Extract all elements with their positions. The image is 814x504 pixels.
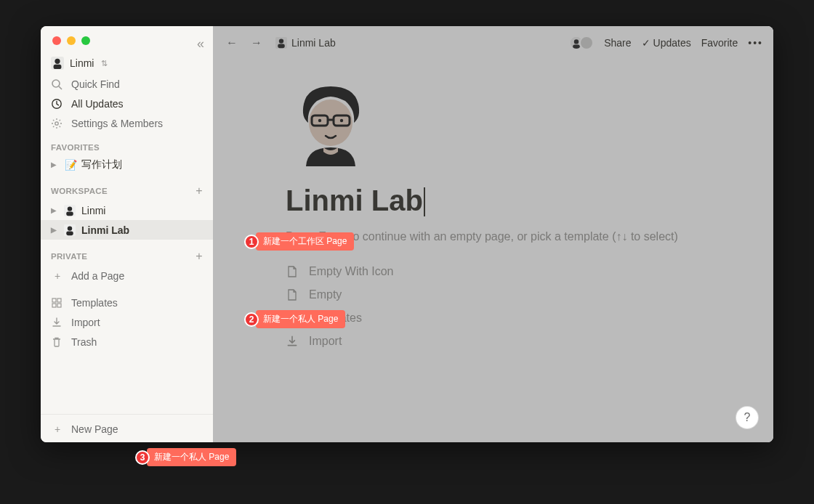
breadcrumb-label: Linmi Lab bbox=[291, 37, 336, 49]
add-page-label: Add a Page bbox=[71, 270, 124, 282]
page-avatar-icon bbox=[64, 224, 77, 236]
template-option-templates[interactable]: Templates bbox=[286, 307, 701, 329]
workspace-item[interactable]: ▶ Linmi bbox=[41, 200, 213, 220]
svg-point-3 bbox=[52, 80, 60, 87]
template-label: Empty bbox=[309, 288, 342, 301]
workspace-label: WORKSPACE bbox=[51, 187, 108, 195]
clock-icon bbox=[51, 98, 64, 110]
favorite-item[interactable]: ▶ 📝 写作计划 bbox=[41, 155, 213, 174]
plus-icon: + bbox=[51, 423, 64, 435]
svg-rect-2 bbox=[54, 65, 62, 69]
page-icon bbox=[286, 288, 300, 301]
add-workspace-page-button[interactable]: + bbox=[196, 184, 203, 198]
svg-point-29 bbox=[340, 119, 343, 122]
svg-point-8 bbox=[68, 206, 72, 211]
annotation-label: 新建一个私人 Page bbox=[147, 448, 236, 466]
quick-find-button[interactable]: Quick Find bbox=[41, 74, 213, 94]
window-controls bbox=[41, 26, 213, 49]
favorite-item-label: 写作计划 bbox=[81, 158, 122, 171]
new-page-button[interactable]: + New Page bbox=[41, 416, 213, 442]
template-label: Import bbox=[309, 335, 342, 348]
annotation-number: 2 bbox=[244, 312, 259, 327]
more-menu-button[interactable]: ••• bbox=[748, 37, 763, 49]
import-icon bbox=[286, 335, 300, 348]
help-label: ? bbox=[744, 411, 751, 424]
template-option-empty[interactable]: Empty bbox=[286, 284, 701, 306]
minimize-window-button[interactable] bbox=[67, 36, 76, 45]
template-label: Empty With Icon bbox=[309, 265, 393, 278]
sidebar: « Linmi ⇅ Quick Find All Updates Setting… bbox=[41, 26, 213, 442]
presence-avatars[interactable] bbox=[569, 36, 594, 50]
workspace-name: Linmi bbox=[70, 57, 94, 69]
page-emoji-icon: 📝 bbox=[64, 159, 77, 171]
import-label: Import bbox=[71, 317, 100, 328]
help-button[interactable]: ? bbox=[736, 406, 759, 429]
svg-rect-9 bbox=[66, 211, 73, 216]
template-option-empty-with-icon[interactable]: Empty With Icon bbox=[286, 261, 701, 283]
annotation-number: 1 bbox=[244, 235, 259, 249]
page-title[interactable]: Linmi Lab bbox=[286, 184, 701, 217]
annotation-label: 新建一个私人 Page bbox=[256, 310, 345, 328]
caret-right-icon[interactable]: ▶ bbox=[51, 226, 60, 234]
trash-button[interactable]: Trash bbox=[41, 332, 213, 351]
private-section-header: PRIVATE + bbox=[41, 240, 213, 266]
template-option-import[interactable]: Import bbox=[286, 330, 701, 352]
private-label: PRIVATE bbox=[51, 252, 87, 261]
breadcrumb[interactable]: Linmi Lab bbox=[275, 37, 336, 49]
workspace-item[interactable]: ▶ Linmi Lab bbox=[41, 220, 213, 240]
trash-icon bbox=[51, 336, 64, 348]
add-page-button[interactable]: + Add a Page bbox=[41, 266, 213, 285]
text-cursor bbox=[424, 187, 425, 216]
settings-label: Settings & Members bbox=[71, 118, 163, 129]
import-button[interactable]: Import bbox=[41, 312, 213, 332]
annotation-label: 新建一个工作区 Page bbox=[256, 232, 354, 251]
templates-label: Templates bbox=[71, 297, 118, 309]
svg-point-18 bbox=[279, 38, 283, 43]
svg-point-24 bbox=[309, 99, 352, 146]
import-icon bbox=[51, 317, 64, 328]
add-private-page-button[interactable]: + bbox=[196, 250, 203, 263]
favorites-label: FAVORITES bbox=[51, 143, 100, 152]
app-window: « Linmi ⇅ Quick Find All Updates Setting… bbox=[41, 26, 773, 442]
close-window-button[interactable] bbox=[52, 36, 61, 45]
quick-find-label: Quick Find bbox=[71, 78, 120, 90]
svg-rect-19 bbox=[278, 44, 285, 48]
page-avatar-icon bbox=[275, 37, 287, 49]
avatar-icon bbox=[579, 36, 594, 50]
svg-rect-12 bbox=[66, 231, 73, 235]
settings-members-button[interactable]: Settings & Members bbox=[41, 113, 213, 133]
trash-label: Trash bbox=[71, 336, 97, 348]
nav-back-button[interactable]: ← bbox=[223, 33, 241, 52]
svg-point-6 bbox=[55, 121, 58, 124]
annotation-number: 3 bbox=[135, 450, 150, 465]
svg-rect-15 bbox=[52, 304, 56, 307]
svg-rect-14 bbox=[57, 298, 61, 302]
search-icon bbox=[51, 78, 64, 90]
svg-point-1 bbox=[55, 59, 60, 64]
favorite-button[interactable]: Favorite bbox=[701, 37, 738, 49]
check-icon: ✓ bbox=[642, 37, 650, 49]
caret-right-icon[interactable]: ▶ bbox=[51, 160, 60, 168]
caret-right-icon[interactable]: ▶ bbox=[51, 206, 60, 214]
template-list: Empty With Icon Empty Templates bbox=[286, 261, 701, 352]
collapse-sidebar-button[interactable]: « bbox=[197, 36, 204, 52]
svg-rect-16 bbox=[57, 304, 61, 307]
updates-button[interactable]: ✓ Updates bbox=[642, 37, 691, 49]
all-updates-button[interactable]: All Updates bbox=[41, 94, 213, 113]
svg-line-4 bbox=[59, 86, 62, 89]
favorites-section-header: FAVORITES bbox=[41, 133, 213, 155]
templates-button[interactable]: Templates bbox=[41, 293, 213, 312]
templates-icon bbox=[51, 297, 64, 309]
gear-icon bbox=[51, 118, 64, 129]
nav-forward-button[interactable]: → bbox=[248, 33, 265, 52]
maximize-window-button[interactable] bbox=[81, 36, 90, 45]
page-icon[interactable] bbox=[286, 81, 376, 171]
topbar: ← → Linmi Lab Share ✓ Updates Favorite •… bbox=[213, 26, 773, 59]
workspace-item-label: Linmi Lab bbox=[81, 224, 129, 236]
annotation-callout: 3 新建一个私人 Page bbox=[135, 448, 236, 466]
share-button[interactable]: Share bbox=[604, 37, 631, 49]
annotation-callout: 1 新建一个工作区 Page bbox=[244, 232, 354, 251]
svg-point-11 bbox=[68, 226, 72, 230]
workspace-switcher[interactable]: Linmi ⇅ bbox=[41, 49, 213, 74]
svg-rect-13 bbox=[52, 298, 56, 302]
